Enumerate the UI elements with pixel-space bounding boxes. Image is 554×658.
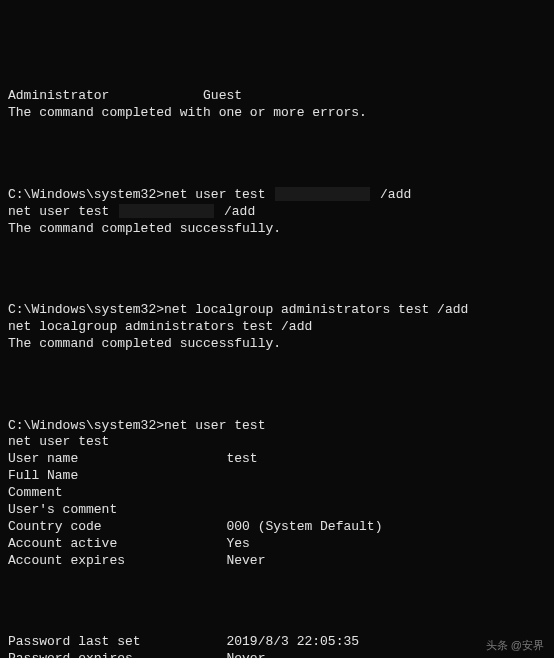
kv-user-comment: User's comment xyxy=(8,502,226,517)
echo-3: net user test xyxy=(8,434,109,449)
block-accounts: Administrator Guest The command complete… xyxy=(8,72,546,123)
echo-1-pre: net user test xyxy=(8,204,117,219)
kv-acct-expires: Account expires Never xyxy=(8,553,265,568)
done-2: The command completed successfully. xyxy=(8,336,281,351)
k-user-comment: User's comment xyxy=(8,502,226,517)
kv-pw-expires: Password expires Never xyxy=(8,651,265,658)
kv-pw-last-set: Password last set 2019/8/3 22:05:35 xyxy=(8,634,359,649)
v-pw-expires: Never xyxy=(226,651,265,658)
error-line: The command completed with one or more e… xyxy=(8,105,367,120)
v-acct-active: Yes xyxy=(226,536,249,551)
k-user-name: User name xyxy=(8,451,226,466)
k-full-name: Full Name xyxy=(8,468,226,483)
accounts-line: Administrator Guest xyxy=(8,88,242,103)
cmd-2: net localgroup administrators test /add xyxy=(164,302,468,317)
kv-country-code: Country code 000 (System Default) xyxy=(8,519,382,534)
echo-1-post: /add xyxy=(216,204,255,219)
echo-2: net localgroup administrators test /add xyxy=(8,319,312,334)
v-user-name: test xyxy=(226,451,257,466)
prompt-3: C:\Windows\system32> xyxy=(8,418,164,433)
block-net-user-info: C:\Windows\system32>net user test net us… xyxy=(8,401,546,570)
v-pw-last-set: 2019/8/3 22:05:35 xyxy=(226,634,359,649)
k-pw-expires: Password expires xyxy=(8,651,226,658)
echo-line-1: net user test /add xyxy=(8,204,255,219)
cmd-1-post: /add xyxy=(372,187,411,202)
obscured-password-2 xyxy=(119,204,214,218)
kv-full-name: Full Name xyxy=(8,468,226,483)
k-acct-active: Account active xyxy=(8,536,226,551)
prompt-line-3: C:\Windows\system32>net user test xyxy=(8,418,265,433)
k-acct-expires: Account expires xyxy=(8,553,226,568)
cmd-3: net user test xyxy=(164,418,265,433)
obscured-password-1 xyxy=(275,187,370,201)
v-country-code: 000 (System Default) xyxy=(226,519,382,534)
kv-comment: Comment xyxy=(8,485,226,500)
k-pw-last-set: Password last set xyxy=(8,634,226,649)
block-localgroup: C:\Windows\system32>net localgroup admin… xyxy=(8,285,546,353)
done-1: The command completed successfully. xyxy=(8,221,281,236)
k-comment: Comment xyxy=(8,485,226,500)
prompt-2: C:\Windows\system32> xyxy=(8,302,164,317)
k-country-code: Country code xyxy=(8,519,226,534)
watermark: 头条 @安界 xyxy=(486,638,544,652)
prompt-line-2: C:\Windows\system32>net localgroup admin… xyxy=(8,302,468,317)
prompt-1: C:\Windows\system32> xyxy=(8,187,164,202)
block-net-user-add: C:\Windows\system32>net user test /add n… xyxy=(8,170,546,238)
v-acct-expires: Never xyxy=(226,553,265,568)
prompt-line-1: C:\Windows\system32>net user test /add xyxy=(8,187,411,202)
kv-user-name: User name test xyxy=(8,451,258,466)
kv-acct-active: Account active Yes xyxy=(8,536,250,551)
block-password: Password last set 2019/8/3 22:05:35 Pass… xyxy=(8,617,546,658)
cmd-1-pre: net user test xyxy=(164,187,273,202)
